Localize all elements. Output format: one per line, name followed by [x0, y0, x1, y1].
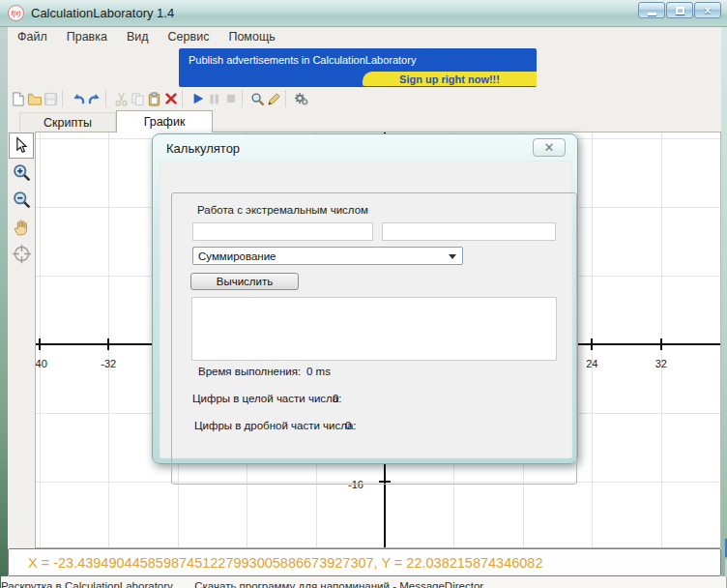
hand-icon [12, 217, 31, 237]
new-document-icon[interactable] [10, 89, 26, 108]
toolbar-separator [242, 90, 247, 107]
operand1-input[interactable] [192, 222, 373, 241]
graph-tool-palette [8, 132, 35, 548]
menu-service[interactable]: Сервис [159, 28, 219, 45]
zoom-out-icon [12, 190, 32, 210]
ad-banner[interactable]: Publish advertisements in CalculationLab… [179, 48, 537, 87]
save-icon[interactable] [43, 89, 59, 108]
zoom-in-icon [12, 162, 32, 183]
window-titlebar: f(x) CalculationLaboratory 1.4 × [0, 0, 727, 27]
toolbar-separator [105, 90, 111, 107]
zoom-icon[interactable] [249, 89, 266, 108]
undo-icon[interactable] [70, 89, 86, 108]
coordinates-text: X = -23.43949044585987451227993005886673… [28, 555, 542, 571]
cursor-icon [12, 136, 31, 156]
settings-icon[interactable] [293, 89, 309, 108]
window-right-border [721, 27, 727, 588]
x-axis-label: 32 [647, 358, 676, 369]
stop-icon[interactable] [222, 89, 239, 108]
toolbar [10, 88, 309, 109]
toolbar-separator [62, 90, 68, 107]
edit-icon[interactable] [266, 89, 282, 108]
group-label: Работа с экстремальным числом [197, 204, 368, 216]
zoom-in-tool-button[interactable] [9, 160, 34, 186]
delete-icon[interactable] [162, 89, 179, 108]
fx-function-icon: f(x) [8, 5, 24, 21]
crosshair-icon [12, 244, 32, 264]
operation-select[interactable]: Суммирование [192, 247, 463, 265]
close-button[interactable]: × [694, 2, 721, 18]
x-axis-label: 24 [577, 358, 606, 369]
footer-links: Раскрутка в CalculationLaboratory Скачат… [1, 576, 726, 588]
toolbar-separator [182, 90, 188, 107]
close-icon: × [704, 4, 711, 17]
dialog-title: Калькулятор [166, 141, 240, 156]
cursor-tool-button[interactable] [9, 132, 34, 159]
x-axis-label: -32 [94, 358, 123, 369]
x-axis-tick [591, 338, 593, 350]
paste-icon[interactable] [146, 89, 162, 108]
time-label: Время выполнения: [198, 366, 301, 377]
menu-view[interactable]: Вид [117, 28, 159, 45]
window-title: CalculationLaboratory 1.4 [31, 6, 174, 20]
frac-digits-label: Цифры в дробной части числа: [194, 420, 357, 431]
crosshair-tool-button[interactable] [9, 241, 34, 267]
x-axis-tick [107, 338, 109, 350]
close-icon: ✕ [544, 140, 555, 155]
compute-button[interactable]: Вычислить [190, 273, 299, 290]
tab-bar: Скрипты График [8, 110, 721, 132]
maximize-icon [676, 7, 684, 15]
operation-selected-value: Суммирование [198, 250, 276, 262]
dialog-close-button[interactable]: ✕ [533, 138, 566, 157]
redo-icon[interactable] [86, 89, 102, 108]
minimize-button[interactable] [638, 2, 665, 18]
window-left-border [0, 27, 8, 588]
tab-graph[interactable]: График [116, 110, 213, 132]
coordinates-statusbar: X = -23.43949044585987451227993005886673… [8, 548, 721, 576]
result-output[interactable] [191, 297, 557, 361]
operand2-input[interactable] [382, 222, 556, 241]
tab-scripts[interactable]: Скрипты [19, 112, 116, 132]
dialog-body: Работа с экстремальным числом Суммирован… [160, 161, 572, 458]
promo-link[interactable]: Раскрутка в CalculationLaboratory [1, 580, 173, 588]
pause-icon[interactable] [206, 89, 222, 108]
ad-headline: Publish advertisements in CalculationLab… [189, 54, 416, 66]
copy-icon[interactable] [130, 89, 146, 108]
x-axis-label: -40 [35, 358, 54, 369]
maximize-button[interactable] [666, 2, 693, 18]
minimize-icon [648, 13, 656, 15]
chevron-down-icon [449, 254, 456, 259]
application-window: f(x) CalculationLaboratory 1.4 × ФайлПра… [0, 0, 727, 588]
time-value: 0 ms [306, 366, 331, 377]
run-icon[interactable] [189, 89, 206, 108]
toolbar-separator [285, 90, 291, 107]
x-axis-tick [660, 338, 662, 350]
open-folder-icon[interactable] [26, 89, 43, 108]
zoom-out-tool-button[interactable] [9, 187, 34, 213]
hand-tool-button[interactable] [9, 214, 34, 240]
x-axis-tick [39, 338, 41, 350]
frac-digits-value: 0 [345, 420, 351, 431]
int-digits-label: Цифры в целой части числа: [192, 393, 341, 404]
messagedirector-link[interactable]: Скачать программу для напоминаний - Mess… [194, 580, 483, 588]
menu-help[interactable]: Помощь [218, 28, 284, 45]
cut-icon[interactable] [113, 89, 130, 108]
menu-edit[interactable]: Правка [57, 28, 117, 45]
int-digits-value: 0 [333, 393, 338, 404]
ad-signup-link[interactable]: Sign up right now!!! [363, 72, 537, 86]
calculator-dialog: Калькулятор ✕ Работа с экстремальным чис… [152, 133, 578, 464]
menubar: ФайлПравкаВидСервисПомощь [8, 27, 721, 46]
menu-file[interactable]: Файл [8, 28, 57, 45]
